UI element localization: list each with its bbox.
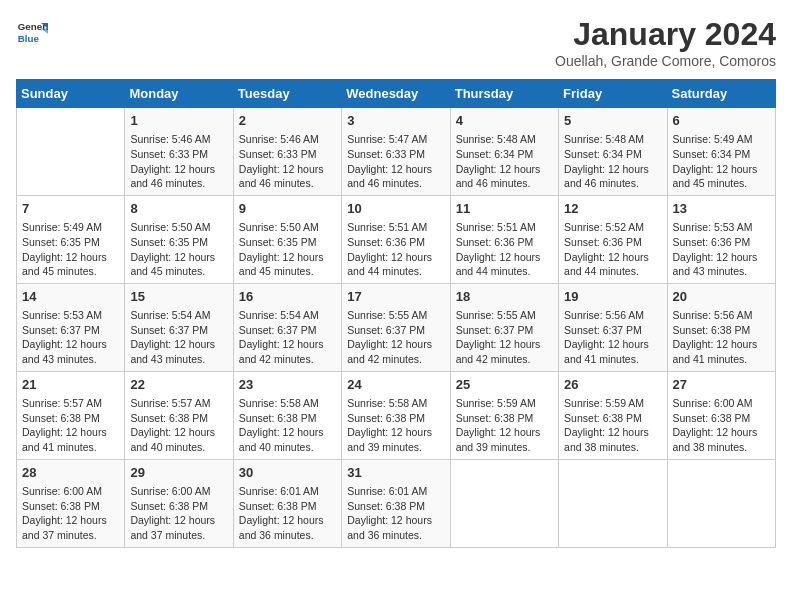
cell-info: Sunrise: 5:46 AM xyxy=(239,132,336,147)
day-number: 25 xyxy=(456,376,553,394)
cell-info: Daylight: 12 hours and 45 minutes. xyxy=(130,250,227,279)
cell-info: Sunrise: 5:55 AM xyxy=(347,308,444,323)
calendar-week-1: 1Sunrise: 5:46 AMSunset: 6:33 PMDaylight… xyxy=(17,108,776,196)
calendar-cell: 29Sunrise: 6:00 AMSunset: 6:38 PMDayligh… xyxy=(125,459,233,547)
calendar-body: 1Sunrise: 5:46 AMSunset: 6:33 PMDaylight… xyxy=(17,108,776,548)
calendar-cell: 25Sunrise: 5:59 AMSunset: 6:38 PMDayligh… xyxy=(450,371,558,459)
cell-info: Daylight: 12 hours and 45 minutes. xyxy=(673,162,770,191)
cell-info: Daylight: 12 hours and 38 minutes. xyxy=(564,425,661,454)
cell-info: Sunset: 6:38 PM xyxy=(22,499,119,514)
day-number: 30 xyxy=(239,464,336,482)
title-block: January 2024 Ouellah, Grande Comore, Com… xyxy=(555,16,776,69)
cell-info: Daylight: 12 hours and 40 minutes. xyxy=(130,425,227,454)
day-number: 15 xyxy=(130,288,227,306)
day-number: 7 xyxy=(22,200,119,218)
day-number: 9 xyxy=(239,200,336,218)
day-number: 26 xyxy=(564,376,661,394)
day-header-monday: Monday xyxy=(125,80,233,108)
svg-text:General: General xyxy=(18,21,48,32)
location-subtitle: Ouellah, Grande Comore, Comoros xyxy=(555,53,776,69)
calendar-cell: 31Sunrise: 6:01 AMSunset: 6:38 PMDayligh… xyxy=(342,459,450,547)
cell-info: Daylight: 12 hours and 39 minutes. xyxy=(347,425,444,454)
cell-info: Sunset: 6:38 PM xyxy=(673,411,770,426)
calendar-cell xyxy=(17,108,125,196)
day-header-sunday: Sunday xyxy=(17,80,125,108)
cell-info: Daylight: 12 hours and 40 minutes. xyxy=(239,425,336,454)
calendar-cell: 4Sunrise: 5:48 AMSunset: 6:34 PMDaylight… xyxy=(450,108,558,196)
calendar-cell: 18Sunrise: 5:55 AMSunset: 6:37 PMDayligh… xyxy=(450,283,558,371)
cell-info: Sunrise: 5:58 AM xyxy=(347,396,444,411)
cell-info: Sunrise: 5:58 AM xyxy=(239,396,336,411)
cell-info: Sunrise: 5:50 AM xyxy=(239,220,336,235)
cell-info: Sunrise: 5:59 AM xyxy=(456,396,553,411)
cell-info: Sunrise: 5:50 AM xyxy=(130,220,227,235)
cell-info: Sunrise: 5:49 AM xyxy=(22,220,119,235)
cell-info: Sunrise: 5:54 AM xyxy=(239,308,336,323)
day-header-tuesday: Tuesday xyxy=(233,80,341,108)
cell-info: Daylight: 12 hours and 43 minutes. xyxy=(22,337,119,366)
calendar-cell: 9Sunrise: 5:50 AMSunset: 6:35 PMDaylight… xyxy=(233,195,341,283)
calendar-cell: 24Sunrise: 5:58 AMSunset: 6:38 PMDayligh… xyxy=(342,371,450,459)
calendar-cell: 11Sunrise: 5:51 AMSunset: 6:36 PMDayligh… xyxy=(450,195,558,283)
cell-info: Daylight: 12 hours and 42 minutes. xyxy=(239,337,336,366)
calendar-cell xyxy=(667,459,775,547)
cell-info: Daylight: 12 hours and 41 minutes. xyxy=(564,337,661,366)
cell-info: Daylight: 12 hours and 46 minutes. xyxy=(239,162,336,191)
cell-info: Sunrise: 6:01 AM xyxy=(239,484,336,499)
cell-info: Sunrise: 5:57 AM xyxy=(22,396,119,411)
cell-info: Daylight: 12 hours and 43 minutes. xyxy=(130,337,227,366)
logo-icon: General Blue xyxy=(16,16,48,48)
calendar-cell: 2Sunrise: 5:46 AMSunset: 6:33 PMDaylight… xyxy=(233,108,341,196)
cell-info: Sunset: 6:33 PM xyxy=(239,147,336,162)
calendar-cell: 15Sunrise: 5:54 AMSunset: 6:37 PMDayligh… xyxy=(125,283,233,371)
day-number: 27 xyxy=(673,376,770,394)
cell-info: Sunset: 6:36 PM xyxy=(673,235,770,250)
calendar-cell: 30Sunrise: 6:01 AMSunset: 6:38 PMDayligh… xyxy=(233,459,341,547)
cell-info: Sunset: 6:37 PM xyxy=(564,323,661,338)
cell-info: Sunrise: 5:51 AM xyxy=(347,220,444,235)
calendar-cell: 12Sunrise: 5:52 AMSunset: 6:36 PMDayligh… xyxy=(559,195,667,283)
cell-info: Daylight: 12 hours and 45 minutes. xyxy=(239,250,336,279)
calendar-cell: 19Sunrise: 5:56 AMSunset: 6:37 PMDayligh… xyxy=(559,283,667,371)
cell-info: Daylight: 12 hours and 36 minutes. xyxy=(347,513,444,542)
logo: General Blue xyxy=(16,16,48,48)
svg-text:Blue: Blue xyxy=(18,33,40,44)
day-number: 4 xyxy=(456,112,553,130)
day-number: 8 xyxy=(130,200,227,218)
cell-info: Sunset: 6:36 PM xyxy=(564,235,661,250)
day-number: 19 xyxy=(564,288,661,306)
calendar-week-5: 28Sunrise: 6:00 AMSunset: 6:38 PMDayligh… xyxy=(17,459,776,547)
calendar-cell: 7Sunrise: 5:49 AMSunset: 6:35 PMDaylight… xyxy=(17,195,125,283)
calendar-week-4: 21Sunrise: 5:57 AMSunset: 6:38 PMDayligh… xyxy=(17,371,776,459)
calendar-week-3: 14Sunrise: 5:53 AMSunset: 6:37 PMDayligh… xyxy=(17,283,776,371)
page-header: General Blue January 2024 Ouellah, Grand… xyxy=(16,16,776,69)
cell-info: Sunrise: 5:48 AM xyxy=(456,132,553,147)
calendar-cell: 27Sunrise: 6:00 AMSunset: 6:38 PMDayligh… xyxy=(667,371,775,459)
calendar-week-2: 7Sunrise: 5:49 AMSunset: 6:35 PMDaylight… xyxy=(17,195,776,283)
day-number: 23 xyxy=(239,376,336,394)
cell-info: Sunset: 6:38 PM xyxy=(347,411,444,426)
calendar-cell: 21Sunrise: 5:57 AMSunset: 6:38 PMDayligh… xyxy=(17,371,125,459)
cell-info: Sunset: 6:38 PM xyxy=(239,411,336,426)
cell-info: Daylight: 12 hours and 44 minutes. xyxy=(564,250,661,279)
cell-info: Sunrise: 5:55 AM xyxy=(456,308,553,323)
cell-info: Sunrise: 6:00 AM xyxy=(22,484,119,499)
day-number: 20 xyxy=(673,288,770,306)
day-number: 11 xyxy=(456,200,553,218)
cell-info: Sunrise: 5:52 AM xyxy=(564,220,661,235)
cell-info: Sunrise: 5:46 AM xyxy=(130,132,227,147)
cell-info: Daylight: 12 hours and 37 minutes. xyxy=(22,513,119,542)
cell-info: Sunset: 6:34 PM xyxy=(456,147,553,162)
day-number: 28 xyxy=(22,464,119,482)
cell-info: Daylight: 12 hours and 42 minutes. xyxy=(456,337,553,366)
calendar-cell: 22Sunrise: 5:57 AMSunset: 6:38 PMDayligh… xyxy=(125,371,233,459)
cell-info: Sunset: 6:38 PM xyxy=(130,411,227,426)
cell-info: Sunrise: 5:53 AM xyxy=(673,220,770,235)
calendar-cell: 23Sunrise: 5:58 AMSunset: 6:38 PMDayligh… xyxy=(233,371,341,459)
calendar-cell: 20Sunrise: 5:56 AMSunset: 6:38 PMDayligh… xyxy=(667,283,775,371)
calendar-cell: 8Sunrise: 5:50 AMSunset: 6:35 PMDaylight… xyxy=(125,195,233,283)
cell-info: Sunset: 6:37 PM xyxy=(347,323,444,338)
cell-info: Daylight: 12 hours and 42 minutes. xyxy=(347,337,444,366)
cell-info: Daylight: 12 hours and 45 minutes. xyxy=(22,250,119,279)
cell-info: Sunrise: 5:54 AM xyxy=(130,308,227,323)
